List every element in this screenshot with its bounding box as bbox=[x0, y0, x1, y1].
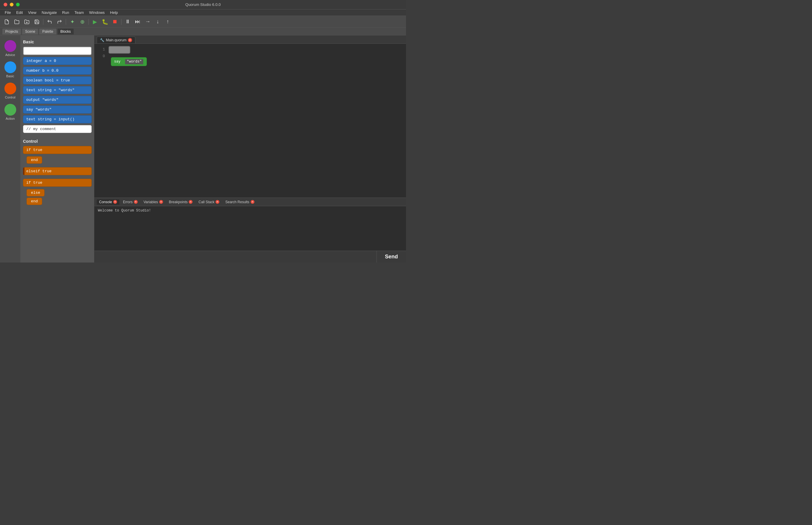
block-number[interactable]: number b = 0.0 bbox=[23, 67, 92, 75]
save-btn[interactable] bbox=[32, 18, 41, 26]
menu-team[interactable]: Team bbox=[72, 10, 86, 15]
console-input[interactable] bbox=[94, 251, 377, 262]
minimize-button[interactable] bbox=[10, 3, 14, 6]
block-comment[interactable]: // my comment bbox=[23, 125, 92, 133]
line-num-0: 0 bbox=[95, 53, 105, 60]
sidebar-item-basic[interactable]: Basic bbox=[1, 60, 19, 80]
maximize-button[interactable] bbox=[16, 3, 20, 6]
block-visual-blank[interactable] bbox=[108, 46, 130, 54]
menu-navigate[interactable]: Navigate bbox=[39, 10, 59, 15]
undo-btn[interactable] bbox=[45, 18, 54, 26]
bottom-tabs: Console ✕ Errors ✕ Variables ✕ Breakpoin… bbox=[94, 198, 406, 206]
editor-tabs: 🔧 Main.quorum ✕ bbox=[94, 35, 406, 44]
menu-run[interactable]: Run bbox=[60, 10, 72, 15]
block-end-nested: end bbox=[27, 156, 92, 164]
menu-view[interactable]: View bbox=[26, 10, 39, 15]
block-boolean[interactable]: boolean bool = true bbox=[23, 76, 92, 84]
tab-close-main[interactable]: ✕ bbox=[128, 38, 132, 42]
block-visual-say[interactable]: say "words" bbox=[111, 57, 147, 66]
block-end[interactable]: end bbox=[27, 156, 42, 164]
code-line-1 bbox=[108, 46, 404, 55]
section-title-basic: Basic bbox=[23, 40, 92, 44]
sidebar-top-tabs: Projects Scene Palette Blocks bbox=[0, 28, 406, 35]
traffic-lights bbox=[3, 3, 20, 6]
open-btn[interactable] bbox=[22, 18, 31, 26]
step-into-btn[interactable]: → bbox=[143, 18, 152, 26]
pause-btn[interactable]: ⏸ bbox=[123, 18, 132, 26]
menu-bar: File Edit View Navigate Run Team Windows… bbox=[0, 10, 406, 16]
console-tab-close[interactable]: ✕ bbox=[113, 200, 117, 204]
menu-windows[interactable]: Windows bbox=[87, 10, 107, 15]
bottom-tab-console[interactable]: Console ✕ bbox=[97, 199, 119, 205]
callstack-tab-close[interactable]: ✕ bbox=[216, 200, 219, 204]
advice-label: Advice bbox=[5, 53, 15, 57]
bottom-tab-errors[interactable]: Errors ✕ bbox=[121, 199, 140, 205]
line-numbers: 1 0 bbox=[94, 44, 106, 198]
tab-palette[interactable]: Palette bbox=[39, 29, 56, 34]
toolbar: ✦ ⊕ ▶ 🐛 ⏹ ⏸ ⏭ → ↓ ↑ bbox=[0, 16, 406, 28]
line-num-1: 1 bbox=[95, 46, 105, 53]
block-text[interactable]: text string = "words" bbox=[23, 86, 92, 94]
errors-tab-label: Errors bbox=[123, 200, 133, 204]
tab-blocks[interactable]: Blocks bbox=[58, 29, 74, 34]
redo-btn[interactable] bbox=[55, 18, 64, 26]
block-else[interactable]: else bbox=[27, 189, 45, 196]
debug-btn[interactable]: 🐛 bbox=[101, 18, 109, 26]
console-tab-label: Console bbox=[99, 200, 112, 204]
close-button[interactable] bbox=[3, 3, 7, 6]
section-title-control: Control bbox=[23, 139, 92, 144]
tab-scene[interactable]: Scene bbox=[22, 29, 38, 34]
editor-tab-main[interactable]: 🔧 Main.quorum ✕ bbox=[97, 36, 135, 43]
block-input[interactable]: text string = input() bbox=[23, 115, 92, 123]
tab-projects[interactable]: Projects bbox=[2, 29, 21, 34]
breakpoints-tab-close[interactable]: ✕ bbox=[189, 200, 193, 204]
sidebar-icons: Advice Basic Control Action bbox=[0, 35, 21, 262]
block-say[interactable]: say "words" bbox=[23, 106, 92, 114]
code-content[interactable]: say "words" bbox=[106, 44, 406, 198]
variables-tab-close[interactable]: ✕ bbox=[159, 200, 163, 204]
step-skip-btn[interactable]: ⏭ bbox=[133, 18, 142, 26]
errors-tab-close[interactable]: ✕ bbox=[134, 200, 138, 204]
say-text-value: "words" bbox=[125, 59, 143, 64]
breakpoints-tab-label: Breakpoints bbox=[169, 200, 187, 204]
add-btn[interactable]: ⊕ bbox=[78, 18, 87, 26]
step-down-btn[interactable]: ↓ bbox=[153, 18, 162, 26]
bottom-tab-searchresults[interactable]: Search Results ✕ bbox=[223, 199, 257, 205]
console-welcome-text: Welcome to Quorum Studio! bbox=[98, 209, 151, 213]
step-up-btn[interactable]: ↑ bbox=[163, 18, 172, 26]
searchresults-tab-close[interactable]: ✕ bbox=[250, 200, 255, 204]
if-group: if true end bbox=[23, 146, 92, 164]
tab-label-main: Main.quorum bbox=[106, 38, 126, 42]
tab-icon-main: 🔧 bbox=[100, 38, 104, 42]
code-editor: 1 0 say "words" bbox=[94, 44, 406, 198]
new-file-btn[interactable] bbox=[2, 18, 11, 26]
block-blank[interactable] bbox=[23, 47, 92, 55]
block-if2[interactable]: if true bbox=[23, 179, 92, 187]
title-bar: Quorum Studio 6.0.0 bbox=[0, 0, 406, 10]
run-btn[interactable]: ▶ bbox=[91, 18, 99, 26]
control-label: Control bbox=[5, 95, 15, 99]
basic-label: Basic bbox=[6, 74, 14, 78]
bottom-tab-breakpoints[interactable]: Breakpoints ✕ bbox=[167, 199, 195, 205]
block-end2[interactable]: end bbox=[27, 198, 42, 205]
menu-edit[interactable]: Edit bbox=[14, 10, 25, 15]
block-integer[interactable]: integer a = 0 bbox=[23, 57, 92, 65]
sidebar-item-action[interactable]: Action bbox=[1, 102, 19, 122]
bottom-tab-callstack[interactable]: Call Stack ✕ bbox=[196, 199, 222, 205]
control-circle bbox=[4, 82, 16, 94]
sidebar-item-control[interactable]: Control bbox=[1, 81, 19, 101]
menu-file[interactable]: File bbox=[2, 10, 13, 15]
new-project-btn[interactable] bbox=[12, 18, 21, 26]
stop-btn[interactable]: ⏹ bbox=[110, 18, 119, 26]
bottom-tab-variables[interactable]: Variables ✕ bbox=[141, 199, 165, 205]
send-button[interactable]: Send bbox=[377, 251, 406, 262]
block-elseif[interactable]: elseif true bbox=[23, 167, 92, 175]
menu-help[interactable]: Help bbox=[108, 10, 120, 15]
block-if[interactable]: if true bbox=[23, 146, 92, 154]
basic-circle bbox=[4, 61, 16, 73]
magic-btn[interactable]: ✦ bbox=[68, 18, 77, 26]
sidebar-item-advice[interactable]: Advice bbox=[1, 38, 19, 58]
block-end2-nested: end bbox=[27, 196, 92, 205]
block-output[interactable]: output "words" bbox=[23, 96, 92, 104]
searchresults-tab-label: Search Results bbox=[225, 200, 249, 204]
